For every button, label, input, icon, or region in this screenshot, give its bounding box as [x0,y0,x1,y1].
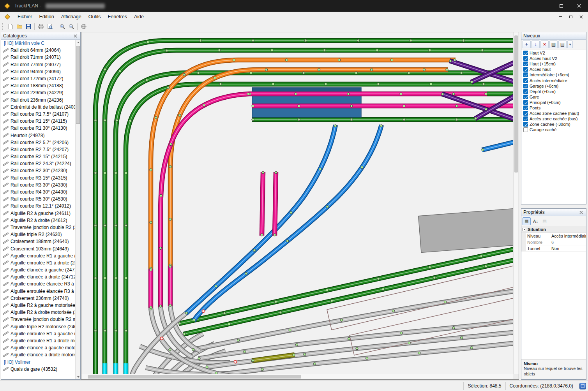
level-row[interactable]: Intermédiaire (+6cm) [521,72,586,77]
catalog-item[interactable]: Rail courbe R1 15° (24115) [1,118,75,125]
canvas-vertical-scrollbar[interactable] [513,32,519,374]
catalog-item[interactable]: [HO] Vollmer [1,358,75,365]
building[interactable] [418,208,517,252]
catalog-item[interactable]: Aiguille enroulée élancée R3 à gauche (2… [1,280,75,287]
lower-level-button[interactable]: ↓ [531,41,540,48]
catalog-item[interactable]: Rail courbe R1 30° (24130) [1,125,75,132]
property-value[interactable]: Accès intermédiaire [550,233,586,239]
menu-item[interactable]: Outils [85,12,104,22]
catalog-item[interactable]: Rail droit 236mm (24236) [1,97,75,104]
catalog-item[interactable]: Rail courbe R1 7.5° (24107) [1,111,75,118]
categorized-view-button[interactable]: ▦ [523,217,531,225]
catalog-item[interactable]: Croisement 236mm (24740) [1,295,75,302]
level-checkbox[interactable] [523,111,528,116]
catalog-item[interactable]: Extrémité de lit de ballast (24001) [1,104,75,111]
level-row[interactable]: Accès zone cachée (bas) [521,116,586,122]
print-button[interactable] [36,22,45,31]
copy-level-button[interactable]: ▥ [549,41,558,48]
scroll-up-icon[interactable] [76,40,81,45]
level-row[interactable]: Zone cachée (-30cm) [521,122,586,127]
level-checkbox[interactable] [523,51,528,55]
level-row[interactable]: Accès intermédiaire [521,77,586,83]
level-row[interactable]: Ponts [521,105,586,111]
catalog-item[interactable]: Aiguille élancée à droite (24712) [1,273,75,280]
level-checkbox[interactable] [523,56,528,61]
level-row[interactable]: Principal (+0cm) [521,100,586,105]
level-checkbox[interactable] [523,95,528,99]
proprietes-close-button[interactable] [578,210,584,215]
level-row[interactable]: Accès zone cachée (haut) [521,111,586,116]
property-row[interactable]: Tunnel Non [521,245,586,252]
catalog-item[interactable]: Rail droit 229mm (24229) [1,89,75,96]
level-checkbox[interactable] [523,122,528,127]
track-plan-canvas[interactable] [81,32,519,380]
catalog-item[interactable]: Aiguille élancée à droite motorisée (247… [1,351,75,358]
scrollbar-thumb[interactable] [514,35,518,173]
level-checkbox[interactable] [523,100,528,105]
catalog-item[interactable]: Aiguille élancée à gauche motorisée (247… [1,344,75,351]
menu-item[interactable]: Edition [36,12,58,22]
property-row[interactable]: Nombre 6 [521,239,586,245]
scrollbar-thumb[interactable] [88,375,301,379]
add-level-button[interactable]: + [523,41,531,48]
catalog-item[interactable]: Aiguille R2 à gauche motorisée (24611M) [1,302,75,309]
menu-item[interactable]: Fichier [14,12,36,22]
catalog-item[interactable]: Croisement 103mm (24649) [1,245,75,252]
level-menu-button[interactable]: ▾ [567,41,573,48]
level-row[interactable]: Haut V2 [521,50,586,56]
catalog-item[interactable]: Rail droit 64mm (24064) [1,47,75,54]
catalog-item[interactable]: Aiguille enroulée R1 à droite motorisée … [1,337,75,344]
level-row[interactable]: Garage caché [521,127,586,132]
delete-level-button[interactable]: × [540,41,549,48]
property-value[interactable]: 6 [550,239,586,245]
catalog-item[interactable]: Aiguille enroulée R1 à gauche motorisée … [1,330,75,337]
catalog-item[interactable]: Rail droit 94mm (24094) [1,68,75,75]
zoom-out-button[interactable] [67,22,76,31]
catalog-item[interactable]: Rail courbe R3 30° (24330) [1,181,75,188]
catalog-scrollbar[interactable] [75,40,80,379]
close-button[interactable] [570,0,588,12]
catalog-item[interactable]: Traversée jonction double R2 (24624) [1,224,75,231]
catalog-item[interactable]: Heurtoir (24978) [1,132,75,139]
mdi-close-button[interactable] [577,14,585,20]
canvas-horizontal-scrollbar[interactable] [81,374,513,379]
catalogues-close-button[interactable] [72,33,78,39]
catalog-item[interactable]: Aiguille R2 à droite (24612) [1,217,75,224]
level-row[interactable]: Accès haut [521,67,586,72]
catalog-item[interactable]: Rail courbe R2 30° (24230) [1,167,75,174]
level-row[interactable]: Gare [521,94,586,100]
panel-splitter[interactable] [521,204,586,208]
menu-item[interactable]: Affichage [58,12,85,22]
level-checkbox[interactable] [523,84,528,88]
minimize-button[interactable] [534,0,552,12]
catalog-item[interactable]: Aiguille enroulée élancée R3 à droite (2… [1,288,75,295]
catalog-item[interactable]: Rail droit 77mm (24077) [1,61,75,68]
catalog-item[interactable]: Aiguille triple R2 (24630) [1,231,75,238]
track-plan[interactable] [81,32,519,379]
globe-button[interactable] [79,22,88,31]
catalog-item[interactable]: Rail droit 188mm (24188) [1,82,75,89]
level-row[interactable]: Haut (+15cm) [521,61,586,67]
level-row[interactable]: Accès haut V2 [521,56,586,61]
menu-item[interactable]: Aide [131,12,147,22]
level-row[interactable]: Garage (+0cm) [521,83,586,89]
maximize-button[interactable] [552,0,570,12]
level-checkbox[interactable] [523,78,528,83]
level-checkbox[interactable] [523,127,528,132]
catalog-item[interactable]: Aiguille élancée à gauche (24711) [1,266,75,273]
catalog-item[interactable]: Croisement 188mm (24640) [1,238,75,245]
property-value[interactable]: Non [550,245,586,251]
catalog-item[interactable]: Aiguille enroulée R1 à gauche (24671) [1,252,75,259]
catalog-item[interactable]: Rail courbe R3 15° (24315) [1,174,75,181]
zoom-in-button[interactable] [58,22,67,31]
catalog-item[interactable]: Rail courbe Rx 12.1° (24912) [1,203,75,210]
level-checkbox[interactable] [523,72,528,77]
scroll-down-icon[interactable] [76,374,81,379]
catalog-item[interactable]: Rail droit 172mm (24172) [1,75,75,82]
catalog-item[interactable]: Aiguille enroulée R1 à droite (24672) [1,259,75,266]
scrollbar-thumb[interactable] [76,46,80,124]
property-category-row[interactable]: Situation [521,226,586,233]
catalog-item[interactable]: Rail courbe R2 7.5° (24207) [1,146,75,153]
property-pages-button[interactable]: ▤ [540,217,549,225]
catalog-item[interactable]: Aiguille R2 à droite motorisée (24612M) [1,309,75,316]
